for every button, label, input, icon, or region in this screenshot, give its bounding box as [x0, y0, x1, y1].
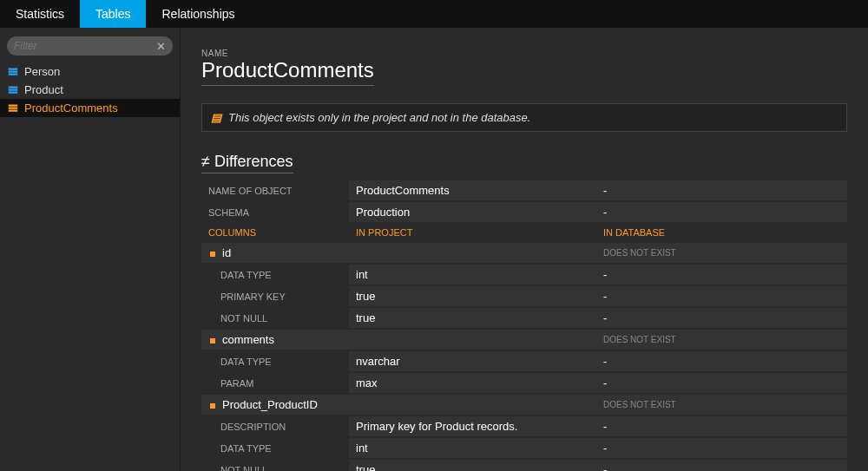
- filter-clear-icon[interactable]: ✕: [156, 40, 166, 53]
- sidebar-item-productcomments[interactable]: ProductComments: [0, 99, 180, 117]
- meta-db: -: [596, 201, 847, 223]
- sidebar-item-label: Person: [24, 65, 60, 78]
- svg-rect-4: [9, 88, 18, 90]
- empty: [349, 394, 596, 415]
- prop-project: nvarchar: [349, 350, 596, 372]
- prop-db: -: [596, 307, 847, 329]
- prop-db: -: [596, 372, 847, 394]
- prop-db: -: [596, 459, 847, 471]
- prop-project: true: [349, 459, 596, 471]
- column-db-note: DOES NOT EXIST: [596, 394, 847, 415]
- differences-heading: Differences: [201, 153, 293, 173]
- sidebar: ✕ Person Product ProductComments: [0, 28, 181, 471]
- prop-project: Primary key for Product records.: [349, 415, 596, 437]
- indatabase-header: IN DATABASE: [596, 223, 847, 242]
- prop-project: max: [349, 372, 596, 394]
- filter-box: ✕: [7, 36, 173, 56]
- prop-project: int: [349, 437, 596, 459]
- prop-label: NOT NULL: [201, 307, 349, 329]
- table-icon: [7, 67, 19, 77]
- column-db-note: DOES NOT EXIST: [596, 242, 847, 264]
- svg-rect-3: [9, 86, 18, 88]
- svg-rect-2: [9, 73, 18, 75]
- info-notice: ▤ This object exists only in the project…: [201, 103, 847, 132]
- prop-db: -: [596, 285, 847, 307]
- top-tabs: Statistics Tables Relationships: [0, 0, 868, 28]
- table-icon: [7, 85, 19, 95]
- column-name: Product_ProductID: [201, 394, 349, 415]
- svg-rect-6: [9, 104, 18, 106]
- tab-statistics[interactable]: Statistics: [0, 0, 80, 28]
- prop-project: int: [349, 264, 596, 285]
- meta-project: Production: [349, 201, 596, 223]
- prop-label: PARAM: [201, 372, 349, 394]
- empty: [349, 329, 596, 350]
- svg-rect-0: [9, 68, 18, 69]
- name-label: NAME: [201, 49, 847, 58]
- object-title: ProductComments: [201, 58, 374, 86]
- sidebar-item-label: Product: [24, 83, 63, 96]
- empty: [349, 242, 596, 264]
- notice-text: This object exists only in the project a…: [228, 111, 530, 124]
- columns-header: COLUMNS: [201, 223, 349, 242]
- prop-db: -: [596, 437, 847, 459]
- svg-rect-1: [9, 70, 18, 72]
- prop-db: -: [596, 350, 847, 372]
- meta-project: ProductComments: [349, 180, 596, 201]
- sidebar-item-product[interactable]: Product: [0, 81, 180, 99]
- differences-table: NAME OF OBJECTProductComments-SCHEMAProd…: [201, 180, 847, 471]
- table-icon: [7, 103, 19, 114]
- svg-rect-5: [9, 91, 18, 93]
- svg-rect-7: [9, 107, 18, 108]
- prop-label: DATA TYPE: [201, 437, 349, 459]
- meta-label: NAME OF OBJECT: [201, 180, 349, 201]
- prop-db: -: [596, 415, 847, 437]
- content-pane: NAME ProductComments ▤ This object exist…: [181, 28, 868, 471]
- prop-project: true: [349, 285, 596, 307]
- column-db-note: DOES NOT EXIST: [596, 329, 847, 350]
- info-icon: ▤: [211, 111, 221, 124]
- svg-rect-8: [9, 109, 18, 111]
- tab-tables[interactable]: Tables: [80, 0, 146, 28]
- meta-db: -: [596, 180, 847, 201]
- prop-label: DATA TYPE: [201, 264, 349, 285]
- filter-input[interactable]: [14, 40, 156, 52]
- prop-label: NOT NULL: [201, 459, 349, 471]
- column-name: id: [201, 242, 349, 264]
- tab-relationships[interactable]: Relationships: [146, 0, 250, 28]
- sidebar-item-label: ProductComments: [24, 101, 118, 114]
- column-name: comments: [201, 329, 349, 350]
- meta-label: SCHEMA: [201, 201, 349, 223]
- prop-label: DATA TYPE: [201, 350, 349, 372]
- prop-project: true: [349, 307, 596, 329]
- sidebar-item-person[interactable]: Person: [0, 62, 180, 81]
- prop-db: -: [596, 264, 847, 285]
- prop-label: DESCRIPTION: [201, 415, 349, 437]
- inproject-header: IN PROJECT: [349, 223, 596, 242]
- prop-label: PRIMARY KEY: [201, 285, 349, 307]
